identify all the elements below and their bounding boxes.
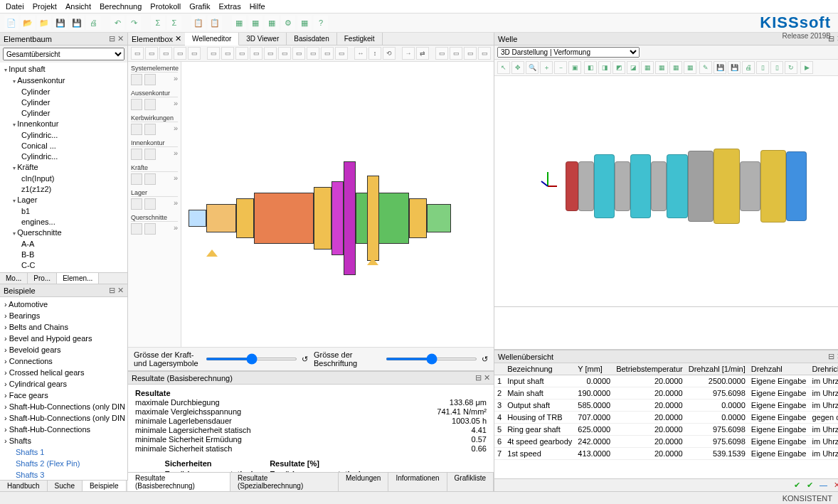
viewer-combo[interactable]: 3D Darstellung | Verformung: [497, 47, 640, 58]
etb-icon[interactable]: ▭: [174, 47, 186, 60]
etb-icon[interactable]: ▭: [131, 47, 144, 60]
tree-node[interactable]: A-A: [1, 239, 126, 250]
table-cell[interactable]: 190.0000: [575, 387, 613, 400]
tb-saveall-icon[interactable]: 💾: [70, 16, 84, 30]
etb-icon[interactable]: ▭: [335, 47, 348, 60]
tb-print-icon[interactable]: 🖨: [86, 16, 100, 30]
table-row[interactable]: 71st speed413.000020.0000539.1539Eigene …: [494, 448, 838, 460]
list-item[interactable]: › Shaft-Hub-Connections (only DIN 5481): [1, 401, 126, 412]
tb-help-icon[interactable]: ?: [314, 16, 328, 30]
table-cell[interactable]: Housing of TRB: [504, 412, 575, 424]
table-cell[interactable]: 707.0000: [575, 412, 613, 424]
etb-icon[interactable]: ↕: [368, 47, 381, 60]
table-cell[interactable]: 975.6098: [686, 387, 748, 400]
table-cell[interactable]: 625.0000: [575, 424, 613, 436]
table-cell[interactable]: Eigene Eingabe: [748, 400, 810, 412]
palette-icon[interactable]: [144, 198, 156, 210]
tree-node[interactable]: Innenkontur: [1, 119, 126, 130]
tree-node[interactable]: Cylindric...: [1, 130, 126, 141]
close-icon[interactable]: ✕: [834, 481, 838, 489]
v-print-icon[interactable]: 🖨: [742, 61, 755, 74]
expand-icon[interactable]: »: [174, 223, 178, 235]
table-cell[interactable]: 6: [494, 436, 504, 448]
tab-festigkeit[interactable]: Festigkeit: [337, 33, 383, 45]
v-refresh-icon[interactable]: ↻: [785, 61, 797, 74]
table-cell[interactable]: 20.0000: [613, 424, 686, 436]
menu-datei[interactable]: Datei: [6, 2, 24, 11]
check-icon[interactable]: ✔: [794, 481, 800, 489]
list-item[interactable]: Shafts 2 (Flex Pin): [1, 458, 126, 469]
palette-icon[interactable]: [131, 223, 142, 235]
v-copy-icon[interactable]: ▯: [756, 61, 769, 74]
etb-icon[interactable]: ⟲: [383, 47, 396, 60]
palette-icon[interactable]: [131, 173, 142, 185]
ftab-suche[interactable]: Suche: [48, 481, 83, 491]
tree-node[interactable]: Cylinder: [1, 87, 126, 97]
etb-icon[interactable]: ⇄: [416, 47, 429, 60]
list-item[interactable]: Shafts 3: [1, 469, 126, 481]
palette-icon[interactable]: [144, 99, 156, 110]
palette-icon[interactable]: [131, 99, 142, 110]
table-cell[interactable]: 2500.0000: [686, 375, 748, 387]
menu-ansicht[interactable]: Ansicht: [65, 2, 91, 11]
etb-icon[interactable]: ▭: [207, 47, 220, 60]
table-cell[interactable]: 4: [494, 412, 504, 424]
list-item[interactable]: › Shaft-Hub-Connections: [1, 424, 126, 435]
palette-icon[interactable]: [144, 149, 156, 160]
table-cell[interactable]: gegen den Uhrzei...: [809, 412, 838, 424]
table-cell[interactable]: 3: [494, 400, 504, 412]
tb-report-icon[interactable]: 📋: [191, 16, 206, 30]
v-view-icon[interactable]: ◪: [627, 61, 640, 74]
v-view-icon[interactable]: ◩: [612, 61, 625, 74]
pin-icon[interactable]: ⊟: [109, 34, 115, 43]
table-cell[interactable]: 0.0000: [686, 412, 748, 424]
pin-icon[interactable]: ⊟: [475, 373, 482, 382]
ftab-beispiele[interactable]: Beispiele: [83, 481, 127, 491]
table-cell[interactable]: im Uhrzeigersinn: [809, 400, 838, 412]
viewer-3d-canvas[interactable]: [494, 76, 838, 306]
v-zoomin-icon[interactable]: ＋: [540, 61, 553, 74]
tree-node[interactable]: engines...: [1, 217, 126, 227]
table-cell[interactable]: 0.0000: [686, 400, 748, 412]
etb-icon[interactable]: ▭: [321, 47, 334, 60]
palette-icon[interactable]: [144, 124, 156, 135]
tree-node[interactable]: Cylindric...: [1, 151, 126, 162]
v-play-icon[interactable]: ▶: [800, 61, 813, 74]
table-cell[interactable]: 20.0000: [613, 400, 686, 412]
v-view-icon[interactable]: ▦: [655, 61, 668, 74]
tb-t3-icon[interactable]: ▦: [265, 16, 279, 30]
menu-berechnung[interactable]: Berechnung: [100, 2, 142, 11]
list-item[interactable]: › Shafts: [1, 435, 126, 446]
etb-icon[interactable]: ▭: [159, 47, 172, 60]
table-cell[interactable]: Eigene Eingabe: [748, 412, 810, 424]
close-icon[interactable]: ✕: [484, 373, 490, 382]
table-cell[interactable]: 5: [494, 424, 504, 436]
table-cell[interactable]: im Uhrzeigersinn: [809, 448, 838, 460]
col-header[interactable]: Y [mm]: [575, 363, 613, 375]
table-cell[interactable]: Input shaft: [504, 375, 575, 387]
tree-node[interactable]: Kräfte: [1, 162, 126, 173]
tree-node[interactable]: Cylinder: [1, 108, 126, 119]
table-cell[interactable]: 2: [494, 387, 504, 400]
table-cell[interactable]: 1: [494, 375, 504, 387]
menu-protokoll[interactable]: Protokoll: [150, 2, 181, 11]
tb-calc-icon[interactable]: Σ: [151, 16, 165, 30]
tb-redo-icon[interactable]: ↷: [127, 16, 141, 30]
tree-node[interactable]: cIn(Input): [1, 173, 126, 184]
tab-basisdaten[interactable]: Basisdaten: [287, 33, 336, 45]
table-cell[interactable]: Eigene Eingabe: [748, 387, 810, 400]
list-item[interactable]: › Face gears: [1, 390, 126, 401]
palette-icon[interactable]: [131, 198, 142, 210]
tb-report2-icon[interactable]: 📋: [208, 16, 222, 30]
etb-icon[interactable]: ▭: [264, 47, 277, 60]
tb-open-icon[interactable]: 📂: [21, 16, 35, 30]
list-item[interactable]: › Crossed helical gears: [1, 367, 126, 378]
etb-icon[interactable]: ▭: [221, 47, 234, 60]
tree-node[interactable]: Input shaft: [1, 64, 126, 75]
v-export-icon[interactable]: ▯: [770, 61, 783, 74]
slider-symbols[interactable]: [206, 358, 297, 360]
expand-icon[interactable]: »: [174, 198, 178, 210]
tb-open2-icon[interactable]: 📁: [37, 16, 51, 30]
expand-icon[interactable]: »: [174, 173, 178, 185]
tb-t2-icon[interactable]: ▦: [248, 16, 262, 30]
